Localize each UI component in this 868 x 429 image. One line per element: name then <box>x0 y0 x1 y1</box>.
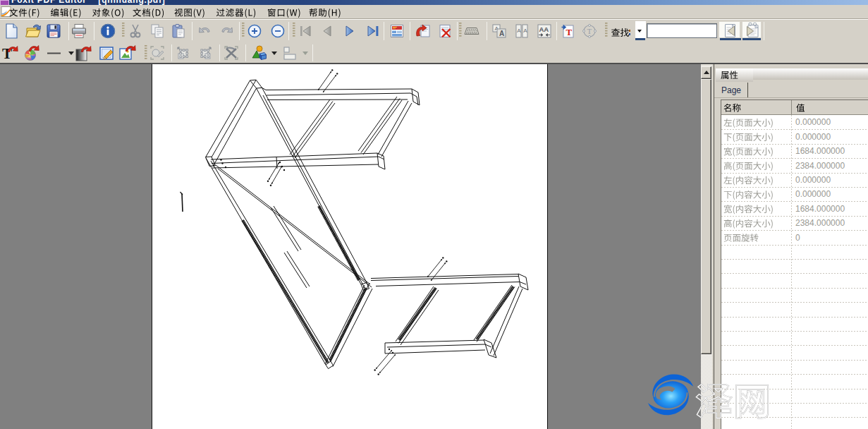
svg-text:A: A <box>517 28 521 34</box>
svg-text:A: A <box>523 28 527 34</box>
svg-text:A: A <box>499 30 504 37</box>
svg-text:T: T <box>587 27 592 35</box>
svg-text:T: T <box>566 27 573 37</box>
svg-text:AA: AA <box>539 25 549 33</box>
